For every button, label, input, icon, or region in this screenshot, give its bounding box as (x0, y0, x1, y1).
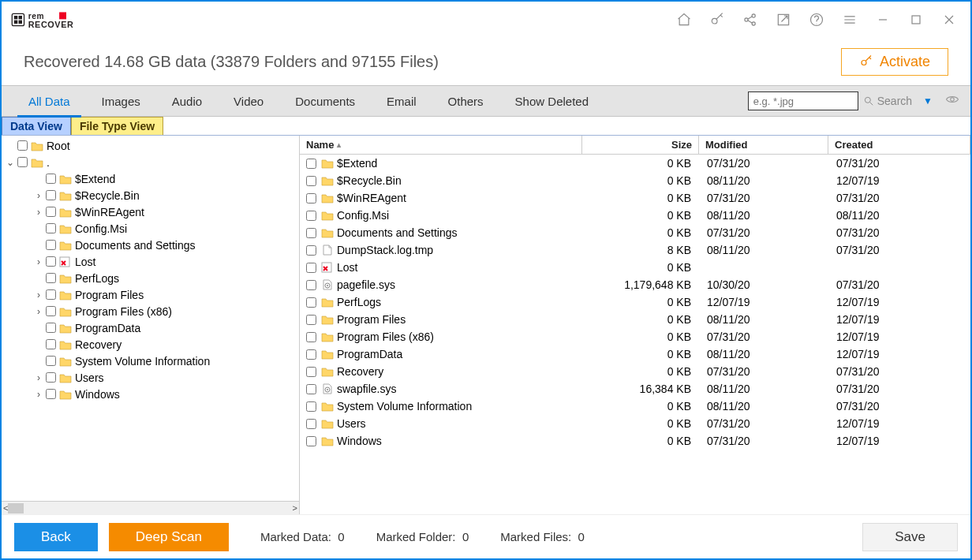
tree-checkbox[interactable] (46, 223, 56, 233)
list-row[interactable]: $WinREAgent0 KB07/31/2007/31/20 (300, 189, 970, 207)
expand-icon[interactable]: › (33, 256, 44, 267)
tab-data-view[interactable]: Data View (2, 117, 71, 135)
tree-item[interactable]: System Volume Information (2, 353, 299, 369)
tree-checkbox[interactable] (46, 389, 56, 399)
row-checkbox[interactable] (306, 245, 316, 256)
expand-icon[interactable]: › (33, 190, 44, 201)
list-row[interactable]: Program Files (x86)0 KB07/31/2012/07/19 (300, 328, 970, 345)
row-checkbox[interactable] (306, 193, 316, 203)
expand-icon[interactable]: › (33, 372, 44, 383)
tree-checkbox[interactable] (46, 174, 56, 184)
horizontal-scrollbar[interactable]: < > (2, 501, 299, 514)
file-list[interactable]: $Extend0 KB07/31/2007/31/20$Recycle.Bin0… (300, 155, 970, 514)
tree-item[interactable]: Config.Msi (2, 220, 299, 237)
share-icon[interactable] (734, 5, 767, 35)
row-checkbox[interactable] (306, 297, 316, 308)
deep-scan-button[interactable]: Deep Scan (109, 523, 229, 551)
row-checkbox[interactable] (306, 401, 316, 412)
tree-item[interactable]: Root (2, 137, 299, 154)
list-row[interactable]: ProgramData0 KB08/11/2012/07/19 (300, 345, 970, 363)
list-row[interactable]: pagefile.sys1,179,648 KB10/30/2007/31/20 (300, 276, 970, 293)
list-row[interactable]: swapfile.sys16,384 KB08/11/2007/31/20 (300, 380, 970, 398)
scrollbar-thumb[interactable] (8, 503, 24, 513)
activate-button[interactable]: Activate (841, 48, 948, 76)
tree-checkbox[interactable] (46, 323, 56, 333)
help-icon[interactable] (800, 5, 833, 35)
folder-tree[interactable]: Root⌄.$Extend›$Recycle.Bin›$WinREAgentCo… (2, 136, 299, 501)
tree-item[interactable]: ⌄. (2, 154, 299, 170)
list-row[interactable]: DumpStack.log.tmp8 KB08/11/2007/31/20 (300, 241, 970, 259)
row-checkbox[interactable] (306, 176, 316, 186)
list-row[interactable]: PerfLogs0 KB12/07/1912/07/19 (300, 293, 970, 311)
tree-checkbox[interactable] (46, 190, 56, 200)
list-row[interactable]: Documents and Settings0 KB07/31/2007/31/… (300, 224, 970, 241)
back-button[interactable]: Back (14, 523, 98, 551)
tree-item[interactable]: Recovery (2, 336, 299, 353)
row-checkbox[interactable] (306, 159, 316, 169)
row-checkbox[interactable] (306, 332, 316, 342)
expand-icon[interactable]: › (33, 207, 44, 218)
row-checkbox[interactable] (306, 419, 316, 429)
minimize-icon[interactable] (866, 5, 899, 35)
list-row[interactable]: $Extend0 KB07/31/2007/31/20 (300, 155, 970, 172)
tree-item[interactable]: ›Program Files (x86) (2, 303, 299, 319)
tree-checkbox[interactable] (46, 356, 56, 366)
list-row[interactable]: System Volume Information0 KB08/11/2007/… (300, 398, 970, 415)
search-button[interactable]: Search (863, 95, 912, 107)
filter-tab-video[interactable]: Video (218, 86, 279, 116)
list-row[interactable]: Config.Msi0 KB08/11/2008/11/20 (300, 207, 970, 224)
filter-tab-email[interactable]: Email (371, 86, 432, 116)
tree-item[interactable]: ›Program Files (2, 286, 299, 303)
menu-icon[interactable] (833, 5, 866, 35)
tree-checkbox[interactable] (46, 207, 56, 217)
scroll-right-icon[interactable]: > (293, 503, 297, 513)
filter-tab-all-data[interactable]: All Data (13, 86, 86, 116)
column-modified[interactable]: Modified (699, 136, 828, 154)
collapse-icon[interactable]: ⌄ (5, 157, 16, 168)
expand-icon[interactable]: › (33, 306, 44, 317)
filter-tab-audio[interactable]: Audio (156, 86, 218, 116)
tree-item[interactable]: $Extend (2, 170, 299, 187)
tree-checkbox[interactable] (17, 157, 28, 167)
search-input[interactable] (748, 91, 858, 110)
save-button[interactable]: Save (862, 523, 958, 551)
list-row[interactable]: Windows0 KB07/31/2012/07/19 (300, 432, 970, 450)
tree-checkbox[interactable] (46, 339, 56, 349)
tree-item[interactable]: ProgramData (2, 319, 299, 336)
filter-tab-documents[interactable]: Documents (279, 86, 371, 116)
tab-file-type-view[interactable]: File Type View (71, 117, 163, 135)
tree-item[interactable]: ›Windows (2, 386, 299, 402)
export-icon[interactable] (767, 5, 800, 35)
tree-checkbox[interactable] (46, 289, 56, 300)
tree-item[interactable]: ›Lost (2, 253, 299, 270)
list-row[interactable]: $Recycle.Bin0 KB08/11/2012/07/19 (300, 172, 970, 189)
tree-checkbox[interactable] (46, 256, 56, 267)
filter-tab-others[interactable]: Others (432, 86, 499, 116)
tree-checkbox[interactable] (46, 273, 56, 283)
row-checkbox[interactable] (306, 436, 316, 446)
tree-item[interactable]: ›$WinREAgent (2, 203, 299, 220)
row-checkbox[interactable] (306, 349, 316, 360)
tree-checkbox[interactable] (17, 140, 28, 151)
close-icon[interactable] (933, 5, 966, 35)
tree-item[interactable]: PerfLogs (2, 270, 299, 286)
row-checkbox[interactable] (306, 384, 316, 394)
list-row[interactable]: Lost0 KB (300, 259, 970, 276)
preview-toggle-button[interactable] (945, 92, 959, 110)
column-name[interactable]: Name▴ (300, 136, 582, 154)
list-row[interactable]: Recovery0 KB07/31/2007/31/20 (300, 363, 970, 380)
tree-checkbox[interactable] (46, 306, 56, 316)
filter-tab-images[interactable]: Images (86, 86, 156, 116)
row-checkbox[interactable] (306, 263, 316, 273)
tree-item[interactable]: Documents and Settings (2, 237, 299, 253)
filter-dropdown-icon[interactable]: ▼ (923, 95, 933, 106)
tree-checkbox[interactable] (46, 240, 56, 250)
expand-icon[interactable]: › (33, 289, 44, 301)
list-row[interactable]: Users0 KB07/31/2012/07/19 (300, 415, 970, 432)
row-checkbox[interactable] (306, 280, 316, 290)
column-size[interactable]: Size (582, 136, 699, 154)
list-row[interactable]: Program Files0 KB08/11/2012/07/19 (300, 311, 970, 328)
tree-item[interactable]: ›$Recycle.Bin (2, 187, 299, 203)
column-created[interactable]: Created (828, 136, 970, 154)
expand-icon[interactable]: › (33, 389, 44, 400)
